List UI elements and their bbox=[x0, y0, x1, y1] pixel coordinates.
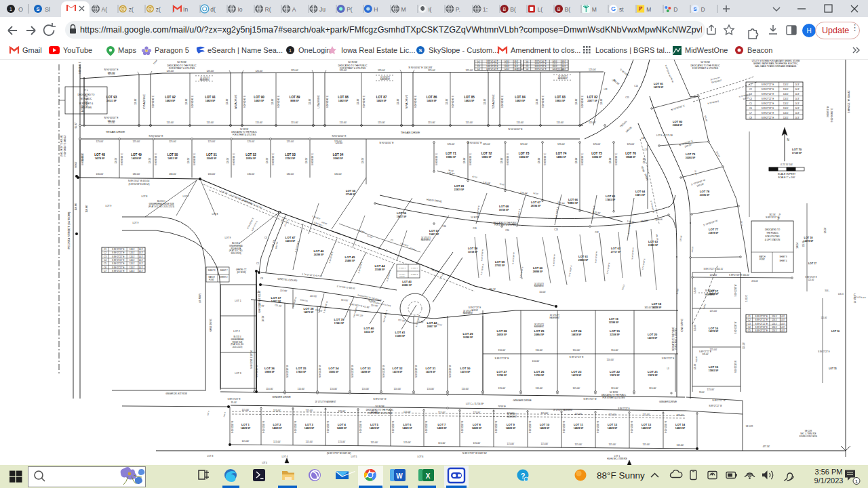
svg-text:135.00': 135.00' bbox=[536, 98, 538, 105]
svg-text:LOT 55: LOT 55 bbox=[346, 189, 356, 192]
svg-text:L(: L( bbox=[537, 6, 542, 13]
svg-text:GRETEL COURT: GRETEL COURT bbox=[277, 277, 298, 282]
svg-text:LOT 9: LOT 9 bbox=[133, 222, 139, 224]
svg-text:S 00°00'00" E: S 00°00'00" E bbox=[155, 153, 157, 165]
svg-text:HG-HG SEC 4 T88N R1E: HG-HG SEC 4 T88N R1E bbox=[607, 458, 627, 460]
svg-text:115.00': 115.00' bbox=[589, 121, 596, 124]
svg-text:111.29': 111.29' bbox=[398, 319, 406, 323]
svg-text:N 89°23'02" W 433.54': N 89°23'02" W 433.54' bbox=[128, 180, 150, 182]
svg-text:DRIVE: DRIVE bbox=[644, 174, 648, 182]
svg-text:125.00': 125.00' bbox=[428, 69, 435, 72]
svg-text:95.00': 95.00' bbox=[231, 401, 237, 404]
svg-text:23877 SF: 23877 SF bbox=[587, 100, 597, 102]
svg-text:S 00°00'00" E: S 00°00'00" E bbox=[469, 153, 472, 165]
svg-text:LOT 3: LOT 3 bbox=[208, 455, 214, 458]
svg-text:LOT 72: LOT 72 bbox=[481, 152, 492, 155]
svg-text:S 70°00'00" W: S 70°00'00" W bbox=[703, 220, 719, 227]
svg-text:125.00': 125.00' bbox=[709, 274, 717, 277]
svg-text:N 00°32'38" W: N 00°32'38" W bbox=[382, 365, 385, 378]
svg-text:73.06': 73.06' bbox=[499, 182, 505, 186]
svg-text:141.31': 141.31' bbox=[691, 246, 694, 253]
svg-text:ONE: ONE bbox=[147, 7, 153, 11]
svg-text:S 89°27'22" E: S 89°27'22" E bbox=[112, 248, 125, 251]
svg-text:(N 89°27'22" W 2087.34'): (N 89°27'22" W 2087.34') bbox=[327, 452, 351, 455]
svg-text:LOT 3: LOT 3 bbox=[235, 372, 241, 375]
svg-text:14829 SF: 14829 SF bbox=[304, 427, 314, 430]
svg-text:B: B bbox=[557, 7, 561, 12]
svg-text:115.00': 115.00' bbox=[611, 387, 618, 390]
svg-text:N 89°27'22" W: N 89°27'22" W bbox=[709, 405, 722, 407]
svg-text:31898 SF: 31898 SF bbox=[648, 244, 658, 247]
svg-text:LOT 6: LOT 6 bbox=[403, 423, 412, 426]
svg-text:124.19': 124.19' bbox=[361, 157, 364, 164]
svg-text:i(: i( bbox=[429, 6, 432, 13]
svg-text:1: 1 bbox=[289, 48, 292, 53]
svg-text:LOT 29: LOT 29 bbox=[463, 332, 473, 336]
svg-text:SCALE 1" = 100': SCALE 1" = 100' bbox=[778, 176, 795, 179]
svg-text:S 89°27'22" E 401.51': S 89°27'22" E 401.51' bbox=[703, 268, 724, 270]
svg-text:d(: d( bbox=[210, 6, 216, 13]
svg-text:LOT 8: LOT 8 bbox=[473, 423, 481, 426]
svg-text:S: S bbox=[693, 6, 696, 12]
svg-text:S 89°27'22" E: S 89°27'22" E bbox=[112, 262, 125, 265]
svg-text:Iowa Real Estate Lic...: Iowa Real Estate Lic... bbox=[341, 46, 415, 54]
svg-text:125.00': 125.00' bbox=[291, 69, 298, 72]
svg-text:20883 SF: 20883 SF bbox=[402, 284, 412, 287]
svg-text:N 15°23'28" E: N 15°23'28" E bbox=[328, 251, 334, 264]
svg-text:110.00': 110.00' bbox=[611, 349, 618, 352]
svg-text:LOT 1: LOT 1 bbox=[614, 455, 620, 458]
svg-text:S 89°27'22" E: S 89°27'22" E bbox=[112, 259, 125, 262]
svg-text:LOT 30: LOT 30 bbox=[460, 367, 471, 370]
svg-text:14829 SF: 14829 SF bbox=[402, 427, 412, 430]
svg-text:EASEMENT: EASEMENT bbox=[550, 317, 560, 319]
svg-text:N: N bbox=[787, 138, 789, 142]
svg-text:LOT 91: LOT 91 bbox=[205, 96, 216, 99]
svg-text:In: In bbox=[183, 6, 188, 13]
svg-text:N 00°32'38" W: N 00°32'38" W bbox=[415, 365, 418, 378]
svg-text:N 00°32'38" W: N 00°32'38" W bbox=[262, 421, 265, 434]
svg-text:22819 SF: 22819 SF bbox=[454, 188, 464, 191]
svg-text:S 00°00'00" E: S 00°00'00" E bbox=[581, 96, 584, 108]
svg-text:14.3': 14.3' bbox=[138, 270, 143, 272]
svg-text:13788 SF: 13788 SF bbox=[534, 374, 544, 377]
svg-text:115.00': 115.00' bbox=[575, 443, 583, 446]
svg-text:S 89°27'22" E: S 89°27'22" E bbox=[755, 315, 768, 318]
svg-text:110.00': 110.00' bbox=[532, 360, 540, 363]
svg-text:TEGAN DRIVE: TEGAN DRIVE bbox=[401, 131, 420, 134]
svg-text:14829 SF: 14829 SF bbox=[338, 100, 348, 102]
svg-text:14378 SF: 14378 SF bbox=[572, 374, 581, 377]
svg-text:115.00': 115.00' bbox=[677, 444, 684, 447]
svg-text:st: st bbox=[619, 6, 624, 13]
svg-text:125.00': 125.00' bbox=[516, 68, 524, 71]
svg-text:N 15°23'28" E: N 15°23'28" E bbox=[386, 270, 391, 282]
svg-text:LOT 34: LOT 34 bbox=[329, 367, 339, 370]
svg-text:14.3': 14.3' bbox=[781, 323, 785, 325]
svg-text:SEC. 4, T88N, R1E: SEC. 4, T88N, R1E bbox=[800, 432, 816, 435]
svg-text:N 00°32'38" E 187.50': N 00°32'38" E 187.50' bbox=[250, 350, 253, 369]
svg-text:LOT 35: LOT 35 bbox=[296, 367, 307, 370]
svg-text:S 00°00'00" E: S 00°00'00" E bbox=[121, 153, 123, 165]
svg-text:135.00': 135.00' bbox=[357, 98, 359, 105]
svg-text:LOT 53: LOT 53 bbox=[285, 153, 296, 157]
svg-text:139.84': 139.84' bbox=[575, 157, 578, 164]
svg-text:26398 SF: 26398 SF bbox=[314, 253, 323, 256]
svg-text:124.19': 124.19' bbox=[187, 157, 190, 164]
svg-text:17483 SF: 17483 SF bbox=[606, 199, 615, 201]
svg-text:C8: C8 bbox=[260, 277, 263, 280]
svg-text:N 89°13'51" E: N 89°13'51" E bbox=[766, 216, 778, 219]
svg-text:LOT 14: LOT 14 bbox=[675, 423, 686, 426]
svg-text:18880 SF: 18880 SF bbox=[481, 156, 491, 159]
svg-text:LOT 16: LOT 16 bbox=[709, 327, 719, 330]
svg-text:135.00': 135.00' bbox=[185, 98, 188, 105]
svg-text:115.00': 115.00' bbox=[649, 387, 656, 390]
svg-text:115.00': 115.00' bbox=[207, 121, 214, 124]
svg-text:29131 SF: 29131 SF bbox=[106, 100, 116, 102]
svg-text:LOT 61: LOT 61 bbox=[578, 255, 589, 258]
svg-text:17243 SF: 17243 SF bbox=[334, 322, 344, 325]
svg-text:L3: L3 bbox=[667, 367, 669, 370]
svg-text:O: O bbox=[18, 6, 23, 13]
svg-text:LOT 59: LOT 59 bbox=[495, 260, 505, 264]
svg-text:S 00°00'00" E: S 00°00'00" E bbox=[507, 153, 509, 165]
svg-text:S 89°27'22" E: S 89°27'22" E bbox=[762, 117, 774, 119]
svg-text:B: B bbox=[502, 7, 506, 12]
